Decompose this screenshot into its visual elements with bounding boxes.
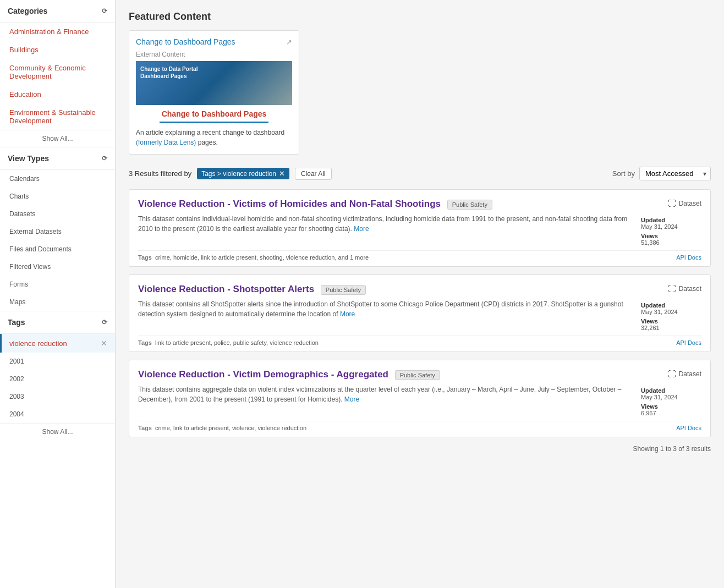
result-card-1-tags-values: link to article present, police, public … — [155, 339, 319, 346]
result-card-2-tags: Tags crime, link to article present, vio… — [138, 425, 306, 431]
result-card-1-title[interactable]: Violence Reduction - Shotspotter Alerts — [138, 284, 314, 294]
sidebar-item-forms[interactable]: Forms — [0, 276, 115, 293]
active-filter-tag: Tags > violence reduction ✕ — [197, 168, 289, 179]
result-card-2-tags-label: Tags — [138, 425, 152, 431]
result-card-1-type-label: Dataset — [679, 285, 701, 293]
featured-card-desc-link[interactable]: (formerly Data Lens) — [136, 139, 196, 146]
sort-dropdown[interactable]: Most Accessed Newest Oldest Most Relevan… — [639, 167, 711, 180]
sidebar-item-charts[interactable]: Charts — [0, 188, 115, 205]
result-card-1-more-link[interactable]: More — [340, 310, 355, 318]
sidebar-item-files-documents[interactable]: Files and Documents — [0, 240, 115, 258]
result-card-0-title[interactable]: Violence Reduction - Victims of Homicide… — [138, 199, 441, 209]
view-types-chevron-icon: ⟳ — [102, 155, 107, 162]
sidebar-item-education[interactable]: Education — [0, 85, 115, 103]
sidebar-item-external-datasets[interactable]: External Datasets — [0, 223, 115, 240]
result-card-2-header: Violence Reduction - Victim Demographics… — [138, 369, 701, 380]
result-card-1-title-wrap: Violence Reduction - Shotspotter Alerts … — [138, 284, 366, 295]
result-card-0-desc: This dataset contains individual-level h… — [138, 214, 633, 246]
sidebar-item-datasets[interactable]: Datasets — [0, 205, 115, 223]
tags-label: Tags — [8, 318, 25, 327]
results-count: 3 Results filtered by — [129, 169, 191, 178]
result-card-2-more-link[interactable]: More — [344, 395, 359, 403]
results-right: Sort by Most Accessed Newest Oldest Most… — [612, 167, 711, 180]
sidebar-tag-violence-reduction[interactable]: violence reduction ✕ — [0, 334, 115, 353]
sidebar-item-maps[interactable]: Maps — [0, 293, 115, 311]
featured-card: Change to Dashboard Pages ↗ External Con… — [129, 30, 299, 155]
view-types-section-header[interactable]: View Types ⟳ — [0, 147, 115, 170]
result-card-1-tags: Tags link to article present, police, pu… — [138, 339, 319, 346]
result-card-0-meta: Updated May 31, 2024 Views 51,386 — [641, 214, 701, 246]
dataset-icon-0: ⛶ — [668, 199, 676, 208]
result-card-2-body: This dataset contains aggregate data on … — [138, 384, 701, 416]
results-bar: 3 Results filtered by Tags > violence re… — [129, 167, 711, 180]
results-left: 3 Results filtered by Tags > violence re… — [129, 168, 332, 180]
result-card-2-type: ⛶ Dataset — [668, 369, 701, 378]
view-types-list: Calendars Charts Datasets External Datas… — [0, 170, 115, 311]
result-card-2-title-wrap: Violence Reduction - Victim Demographics… — [138, 369, 440, 380]
result-card-1-updated-label: Updated — [641, 302, 701, 309]
featured-card-image: Change to Data PortalDashboard Pages — [136, 61, 292, 105]
result-card-1-api-docs[interactable]: API Docs — [676, 339, 701, 346]
sidebar-tag-2003[interactable]: 2003 — [0, 388, 115, 405]
sidebar-item-environment[interactable]: Environment & Sustainable Development — [0, 103, 115, 130]
result-card-2-title[interactable]: Violence Reduction - Victim Demographics… — [138, 369, 388, 380]
tags-section-header[interactable]: Tags ⟳ — [0, 311, 115, 334]
sort-by-label: Sort by — [612, 169, 635, 178]
result-card-1-desc: This dataset contains all ShotSpotter al… — [138, 299, 633, 331]
main-content: Featured Content Change to Dashboard Pag… — [116, 0, 724, 588]
result-card-0-tags: Tags crime, homicide, link to article pr… — [138, 254, 369, 261]
result-card-2-views-label: Views — [641, 403, 701, 410]
categories-show-all[interactable]: Show All... — [0, 130, 115, 147]
result-card-2-footer: Tags crime, link to article present, vio… — [138, 421, 701, 431]
featured-card-link[interactable]: Change to Dashboard Pages — [136, 37, 235, 46]
result-card-1-meta: Updated May 31, 2024 Views 32,261 — [641, 299, 701, 331]
sidebar-tag-2001[interactable]: 2001 — [0, 353, 115, 370]
featured-card-subtitle: Change to Dashboard Pages — [136, 109, 292, 118]
result-card-0-type: ⛶ Dataset — [668, 199, 701, 208]
result-card-0-api-docs[interactable]: API Docs — [676, 254, 701, 261]
tag-violence-reduction-remove-icon[interactable]: ✕ — [101, 339, 107, 348]
result-card-2: Violence Reduction - Victim Demographics… — [129, 360, 711, 437]
clear-all-button[interactable]: Clear All — [295, 168, 332, 180]
categories-section-header[interactable]: Categories ⟳ — [0, 0, 115, 23]
featured-card-bar — [160, 122, 269, 123]
result-card-0-badge: Public Safety — [447, 200, 492, 210]
result-card-1-tags-label: Tags — [138, 339, 152, 346]
result-card-2-api-docs[interactable]: API Docs — [676, 425, 701, 431]
result-card-0-views-label: Views — [641, 233, 701, 239]
external-link-icon: ↗ — [286, 38, 292, 46]
result-card-1-updated-val: May 31, 2024 — [641, 309, 701, 315]
sidebar-item-buildings[interactable]: Buildings — [0, 41, 115, 59]
filter-tag-remove-icon[interactable]: ✕ — [279, 169, 285, 178]
sidebar-item-admin-finance[interactable]: Administration & Finance — [0, 23, 115, 41]
result-card-1-body: This dataset contains all ShotSpotter al… — [138, 299, 701, 331]
featured-card-header: Change to Dashboard Pages ↗ — [136, 37, 292, 46]
result-card-0-tags-label: Tags — [138, 254, 152, 261]
sidebar-item-calendars[interactable]: Calendars — [0, 170, 115, 188]
sidebar-tag-2002[interactable]: 2002 — [0, 370, 115, 388]
tags-show-all[interactable]: Show All... — [0, 423, 115, 440]
result-card-0-views-val: 51,386 — [641, 239, 701, 246]
result-card-2-desc-text: This dataset contains aggregate data on … — [138, 386, 621, 403]
result-card-2-meta: Updated May 31, 2024 Views 6,967 — [641, 384, 701, 416]
result-card-0-title-wrap: Violence Reduction - Victims of Homicide… — [138, 199, 492, 210]
result-card-2-badge: Public Safety — [395, 370, 440, 380]
showing-text: Showing 1 to 3 of 3 results — [129, 445, 711, 453]
tag-violence-reduction-label: violence reduction — [9, 339, 67, 348]
sidebar-tag-2004[interactable]: 2004 — [0, 405, 115, 423]
result-card-0: Violence Reduction - Victims of Homicide… — [129, 189, 711, 267]
featured-card-desc: An article explaining a recent change to… — [136, 128, 292, 147]
result-card-0-updated-val: May 31, 2024 — [641, 223, 701, 230]
result-card-0-more-link[interactable]: More — [354, 225, 369, 233]
sidebar-item-filtered-views[interactable]: Filtered Views — [0, 258, 115, 276]
result-card-0-desc-text: This dataset contains individual-level h… — [138, 215, 627, 233]
sidebar-item-community-economic[interactable]: Community & Economic Development — [0, 59, 115, 85]
sort-dropdown-wrap: Most Accessed Newest Oldest Most Relevan… — [639, 167, 711, 180]
result-card-1-header: Violence Reduction - Shotspotter Alerts … — [138, 284, 701, 295]
result-card-1-type: ⛶ Dataset — [668, 284, 701, 293]
result-card-2-views-val: 6,967 — [641, 410, 701, 416]
sidebar: Categories ⟳ Administration & Finance Bu… — [0, 0, 116, 588]
dataset-icon-2: ⛶ — [668, 369, 676, 378]
result-card-1-views-val: 32,261 — [641, 325, 701, 331]
result-card-1-footer: Tags link to article present, police, pu… — [138, 336, 701, 346]
